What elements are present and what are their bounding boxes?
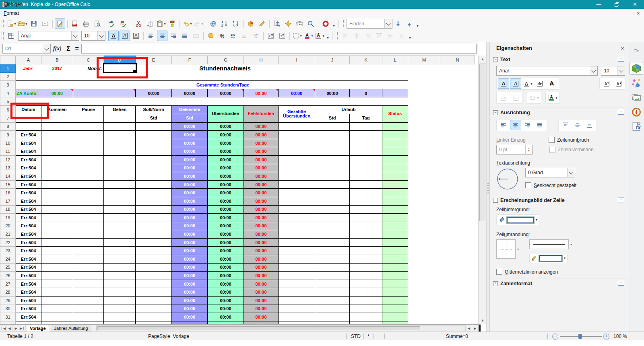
- cell[interactable]: 00:00: [172, 172, 208, 181]
- cell[interactable]: [382, 263, 408, 272]
- menu-format[interactable]: Format: [0, 9, 31, 18]
- row-header-2[interactable]: 2: [0, 72, 16, 81]
- cell[interactable]: Err:504: [16, 305, 41, 313]
- row-header-28[interactable]: 28: [0, 288, 16, 297]
- delete-decimal-button[interactable]: .000←0: [251, 31, 261, 41]
- cell[interactable]: [104, 205, 136, 214]
- cell[interactable]: 00:00: [244, 255, 279, 264]
- cell[interactable]: 00:00: [244, 247, 279, 255]
- cell[interactable]: 00:00: [315, 89, 350, 97]
- row-header-27[interactable]: 27: [0, 280, 16, 288]
- cell[interactable]: [136, 222, 172, 230]
- deck-properties-button[interactable]: [630, 62, 643, 75]
- col-header-B[interactable]: B: [41, 56, 73, 64]
- cell[interactable]: [136, 247, 172, 255]
- italic-button[interactable]: A: [120, 31, 130, 41]
- cell[interactable]: [279, 214, 315, 222]
- cell[interactable]: Err:504: [16, 321, 41, 324]
- cell[interactable]: [41, 155, 73, 164]
- cell[interactable]: [382, 147, 408, 156]
- hyperlink-button[interactable]: [208, 19, 219, 29]
- cell[interactable]: [136, 305, 172, 313]
- cell[interactable]: Err:504: [16, 155, 41, 164]
- cell[interactable]: [73, 305, 104, 313]
- cell[interactable]: [136, 164, 172, 172]
- cell[interactable]: [104, 288, 136, 297]
- cell[interactable]: [382, 131, 408, 139]
- cell[interactable]: [41, 305, 73, 313]
- cell[interactable]: 00:00: [208, 197, 244, 205]
- table-grid-button[interactable]: [6, 31, 17, 41]
- cell[interactable]: 00:00: [244, 189, 279, 197]
- scroll-left-icon[interactable]: ◀: [466, 325, 472, 332]
- spellcheck-button[interactable]: AB: [107, 19, 118, 29]
- cell[interactable]: [136, 155, 172, 164]
- sidebar-menu-button[interactable]: ≡▾: [630, 43, 643, 56]
- cell[interactable]: 00:00: [208, 222, 244, 230]
- cell[interactable]: [41, 222, 73, 230]
- cell[interactable]: [73, 247, 104, 255]
- selection-mode-label[interactable]: STD: [351, 332, 361, 341]
- cell[interactable]: [136, 180, 172, 189]
- shrink-font-button[interactable]: A: [613, 78, 624, 89]
- cell[interactable]: [408, 255, 475, 264]
- cell[interactable]: [279, 272, 315, 280]
- cell[interactable]: 00:00: [172, 189, 208, 197]
- cell[interactable]: Jahr:: [16, 64, 41, 72]
- find-next-button[interactable]: [393, 19, 403, 29]
- cell[interactable]: 00:00: [208, 272, 244, 280]
- cell[interactable]: [382, 189, 408, 197]
- cell[interactable]: [315, 297, 350, 305]
- cell[interactable]: [279, 147, 315, 156]
- grow-font-button[interactable]: A: [601, 78, 612, 89]
- obj-align-center-button[interactable]: [351, 31, 362, 41]
- cell[interactable]: [408, 147, 475, 156]
- zoom-button[interactable]: [305, 19, 316, 29]
- cell[interactable]: [104, 297, 136, 305]
- cell[interactable]: ZA Konto:: [16, 89, 41, 97]
- cell[interactable]: 00:00: [172, 131, 208, 139]
- formula-icon[interactable]: =: [75, 45, 79, 52]
- rotation-dial[interactable]: [496, 168, 519, 192]
- shadow-button[interactable]: AA: [546, 78, 557, 89]
- row-header-23[interactable]: 23: [0, 247, 16, 255]
- cell[interactable]: [350, 172, 382, 181]
- font-name-combo[interactable]: Arial: [18, 31, 79, 41]
- cell[interactable]: [382, 280, 408, 288]
- cell[interactable]: [315, 238, 350, 247]
- cell[interactable]: [408, 321, 475, 324]
- cell[interactable]: [41, 197, 73, 205]
- cell[interactable]: [279, 155, 315, 164]
- cell[interactable]: [350, 222, 382, 230]
- select-all-corner[interactable]: [0, 56, 16, 64]
- char-spacing-button[interactable]: AV▾: [528, 93, 540, 103]
- cell[interactable]: 00:00: [244, 313, 279, 321]
- cell[interactable]: [104, 238, 136, 247]
- sort-descending-button[interactable]: ZA: [231, 19, 241, 29]
- cell[interactable]: [73, 180, 104, 189]
- background-color-button[interactable]: A▾: [314, 31, 325, 41]
- merge-cells-button[interactable]: [191, 31, 201, 41]
- strikethrough-button[interactable]: A: [534, 78, 545, 89]
- cell[interactable]: [41, 247, 73, 255]
- cell[interactable]: [41, 238, 73, 247]
- cell[interactable]: [315, 272, 350, 280]
- cell[interactable]: [408, 313, 475, 321]
- cell[interactable]: [279, 64, 475, 72]
- cell[interactable]: [73, 197, 104, 205]
- cell[interactable]: [41, 272, 73, 280]
- cell[interactable]: [279, 197, 315, 205]
- row-header-9[interactable]: 9: [0, 131, 16, 139]
- cell[interactable]: [73, 172, 104, 181]
- cell[interactable]: 00:00: [244, 139, 279, 147]
- cell[interactable]: [279, 313, 315, 321]
- cell[interactable]: 00:00: [172, 321, 208, 324]
- row-header-30[interactable]: 30: [0, 305, 16, 313]
- cell[interactable]: [41, 131, 73, 139]
- row-header-29[interactable]: 29: [0, 297, 16, 305]
- print-button[interactable]: [81, 19, 91, 29]
- cell[interactable]: 00:00: [244, 238, 279, 247]
- cell[interactable]: Überstunden: [208, 105, 244, 122]
- undo-button[interactable]: ▾: [182, 19, 192, 29]
- show-draw-functions-button[interactable]: [257, 19, 267, 29]
